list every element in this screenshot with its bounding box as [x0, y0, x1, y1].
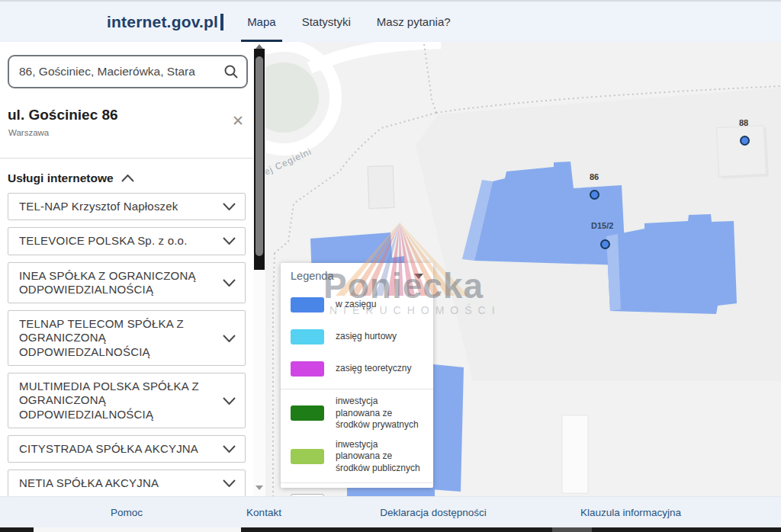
legend-item: zasięg teoretyczny [291, 357, 423, 381]
result-subtitle: Warszawa [8, 128, 49, 137]
site-logo[interactable]: internet.gov.pl [107, 13, 218, 31]
legend-swatch-private-investment [291, 405, 324, 421]
footer-link-kontakt[interactable]: Kontakt [246, 507, 281, 518]
provider-row[interactable]: TELNAP TELECOM SPÓŁKA Z OGRANICZONĄ ODPO… [8, 310, 246, 366]
address-marker-88[interactable] [740, 136, 750, 146]
marker-label-88: 88 [739, 118, 748, 127]
chevron-down-icon[interactable] [223, 237, 236, 245]
provider-name: MULTIMEDIA POLSKA SPÓŁKA Z OGRANICZONĄ O… [19, 380, 217, 421]
chevron-down-icon[interactable] [223, 397, 236, 405]
marker-label-d15-2: D15/2 [591, 221, 613, 230]
legend-divider [281, 482, 433, 483]
marker-label-86: 86 [590, 172, 599, 181]
provider-name: NETIA SPÓŁKA AKCYJNA [19, 476, 159, 490]
sidebar: ul. Gościniec 86 ✕ Warszawa Usługi inter… [0, 42, 253, 496]
provider-row[interactable]: NETIA SPÓŁKA AKCYJNA [8, 470, 246, 496]
address-marker-d15-2[interactable] [600, 239, 610, 249]
scroll-down-arrow-icon[interactable] [256, 486, 263, 490]
section-uslugi-internetowe[interactable]: Usługi internetowe [8, 171, 134, 185]
chevron-down-icon[interactable] [223, 203, 236, 210]
provider-row[interactable]: TELEVOICE POLSKA Sp. z o.o. [8, 227, 246, 255]
legend-label: inwestycja planowana ze środków publiczn… [336, 439, 423, 475]
legend-swatch-no-coverage [291, 494, 324, 496]
legend-label: brak zasięgu [336, 495, 387, 496]
legend-item: brak zasięgu [291, 489, 423, 496]
footer-link-deklaracja[interactable]: Deklaracja dostępności [380, 507, 487, 518]
nav-tab-statystyki[interactable]: Statystyki [294, 2, 358, 42]
provider-name: TELNAP TELECOM SPÓŁKA Z OGRANICZONĄ ODPO… [19, 317, 217, 359]
address-marker-86[interactable] [590, 190, 599, 200]
chevron-up-icon[interactable] [121, 175, 134, 182]
legend-item: inwestycja planowana ze środków prywatny… [291, 396, 423, 431]
chevron-down-icon[interactable] [223, 335, 236, 342]
building-gray[interactable] [368, 165, 394, 208]
provider-name: CITYSTRADA SPÓŁKA AKCYJNA [19, 442, 198, 456]
chevron-down-icon[interactable] [223, 279, 236, 287]
sidebar-divider [0, 158, 253, 159]
main-area: ul. Gościniec 86 ✕ Warszawa Usługi inter… [0, 42, 781, 496]
result-title: ul. Gościniec 86 [8, 107, 118, 123]
horizontal-scrollbar-segment [552, 527, 592, 532]
app-window: internet.gov.pl Mapa Statystyki Masz pyt… [0, 0, 781, 532]
scrollbar-thumb[interactable] [256, 56, 263, 256]
legend-swatch-theoretical [291, 361, 324, 377]
legend-title: Legenda [291, 270, 333, 282]
footer-link-klauzula[interactable]: Klauzula informacyjna [580, 507, 681, 518]
header: internet.gov.pl Mapa Statystyki Masz pyt… [0, 2, 781, 42]
nav-tab-label: Statystyki [302, 15, 351, 28]
legend-item: zasięg hurtowy [291, 325, 423, 349]
provider-row[interactable]: MULTIMEDIA POLSKA SPÓŁKA Z OGRANICZONĄ O… [8, 373, 246, 428]
nav-tab-label: Mapa [247, 15, 276, 28]
provider-row[interactable]: CITYSTRADA SPÓŁKA AKCYJNA [8, 435, 246, 463]
logo-flag-bar [220, 14, 223, 30]
provider-name: TEL-NAP Krzysztof Napłoszek [19, 200, 178, 213]
legend-item: inwestycja planowana ze środków publiczn… [291, 439, 423, 475]
map-canvas[interactable]: ej Cegielni 88 86 D15/2 Legenda w zasięg… [265, 42, 781, 496]
legend-item: w zasięgu [291, 293, 423, 317]
footer: Pomoc Kontakt Deklaracja dostępności Kla… [0, 496, 781, 527]
provider-list: TEL-NAP Krzysztof Napłoszek TELEVOICE PO… [8, 193, 246, 496]
building-88[interactable] [716, 125, 768, 178]
search-icon[interactable] [223, 64, 239, 79]
legend-label: zasięg hurtowy [336, 331, 397, 343]
nav-tab-label: Masz pytania? [377, 15, 451, 28]
nav-tab-masz-pytania[interactable]: Masz pytania? [369, 2, 458, 42]
road [310, 43, 441, 68]
provider-row[interactable]: INEA SPÓŁKA Z OGRANICZONĄ ODPOWIEDZIALNO… [8, 262, 246, 304]
close-icon[interactable]: ✕ [232, 114, 244, 128]
legend-divider [281, 389, 433, 389]
provider-row[interactable]: TEL-NAP Krzysztof Napłoszek [8, 193, 246, 220]
legend-label: inwestycja planowana ze środków prywatny… [336, 396, 423, 431]
legend-swatch-public-investment [291, 449, 324, 464]
nav-tab-mapa[interactable]: Mapa [239, 2, 284, 42]
legend-label: zasięg teoretyczny [336, 363, 411, 375]
sidebar-scrollbar[interactable] [253, 42, 265, 496]
search-box[interactable] [8, 55, 248, 88]
legend-label: w zasięgu [336, 299, 376, 311]
footer-link-pomoc[interactable]: Pomoc [111, 507, 143, 518]
legend-swatch-wholesale [291, 329, 324, 345]
section-title: Usługi internetowe [8, 171, 114, 185]
horizontal-scrollbar-thumb[interactable] [34, 527, 241, 532]
search-input[interactable] [19, 65, 223, 79]
roundabout-green [265, 62, 319, 133]
provider-name: TELEVOICE POLSKA Sp. z o.o. [19, 234, 188, 248]
legend-panel: Legenda w zasięgu zasięg hurtowy zasięg … [281, 263, 433, 488]
legend-swatch-in-range [291, 297, 324, 312]
provider-name: INEA SPÓŁKA Z OGRANICZONĄ ODPOWIEDZIALNO… [19, 269, 217, 297]
legend-collapse-icon[interactable] [414, 274, 423, 279]
building-white[interactable] [562, 415, 588, 493]
horizontal-scrollbar[interactable] [0, 527, 781, 532]
chevron-down-icon[interactable] [223, 445, 236, 453]
chevron-down-icon[interactable] [223, 479, 236, 487]
main-nav: Mapa Statystyki Masz pytania? [234, 2, 463, 42]
